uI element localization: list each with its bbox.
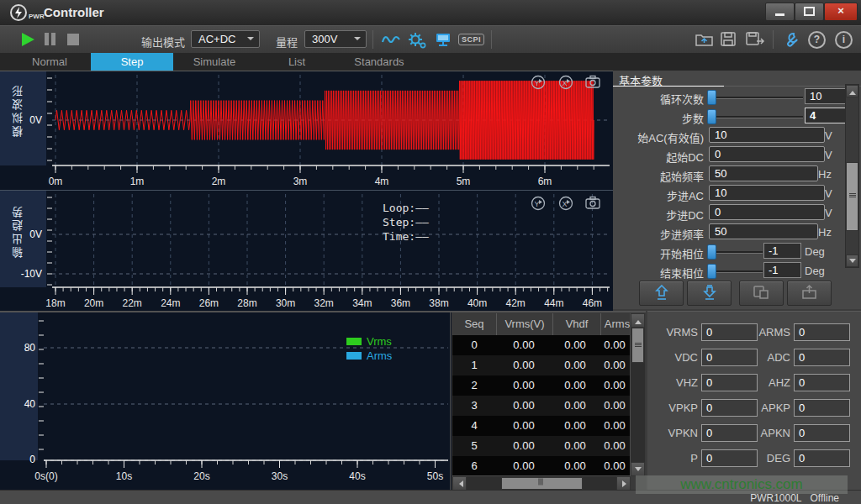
slider-thumb[interactable]	[707, 244, 716, 260]
x-tick-label: 3m	[293, 176, 308, 187]
save-sequence-button[interactable]	[739, 281, 784, 306]
tab-normal[interactable]: Normal	[8, 53, 91, 71]
scroll-up-button[interactable]	[846, 85, 858, 97]
range-dropdown[interactable]: 300V	[304, 30, 367, 48]
table-cell: 0.00	[496, 335, 552, 355]
tab-list[interactable]: List	[256, 53, 338, 71]
scpi-icon[interactable]: SCPI	[458, 34, 484, 45]
hscroll-thumb[interactable]	[501, 477, 583, 490]
table-row[interactable]: 20.000.000.00	[452, 375, 645, 396]
column-header[interactable]: Vrms(V)	[497, 313, 553, 335]
tab-step[interactable]: Step	[91, 53, 173, 71]
settings-gear-icon[interactable]	[408, 32, 427, 52]
column-header[interactable]: Vhdf	[553, 313, 601, 335]
y-autoscale-icon[interactable]: Y	[531, 196, 546, 214]
minimize-button[interactable]	[765, 3, 795, 21]
step-ac-field[interactable]: 10	[709, 185, 825, 201]
measurements-panel: VRMS0ARMS0VDC0ADC0VHZ0AHZ0VPKP0APKP0VPKN…	[647, 311, 861, 491]
analog-waveform-chart: 模拟波形 0V 0m1m2m3m4m5m6m Y X	[0, 71, 613, 190]
tab-standards[interactable]: Standards	[338, 53, 420, 71]
slider-thumb[interactable]	[707, 109, 716, 124]
scroll-right-button[interactable]	[616, 476, 631, 491]
step-count-slider[interactable]	[709, 116, 803, 118]
end-phase-slider[interactable]	[709, 270, 763, 273]
table-row[interactable]: 30.000.000.00	[452, 396, 645, 416]
table-row[interactable]: 60.000.000.00	[452, 456, 645, 476]
maximize-button[interactable]	[795, 3, 824, 21]
param-row-loop-count: 循环次数 10	[613, 87, 861, 107]
x-tick-label: 1m	[130, 176, 145, 187]
device-monitor-icon[interactable]	[435, 32, 452, 50]
table-row[interactable]: 40.000.000.00	[452, 416, 645, 436]
open-file-icon[interactable]	[695, 32, 713, 50]
info-icon[interactable]: i	[835, 31, 853, 49]
table-vertical-scrollbar[interactable]	[630, 313, 645, 476]
step-freq-field[interactable]: 50	[709, 223, 818, 239]
y-autoscale-icon[interactable]: Y	[531, 75, 546, 93]
tab-simulate[interactable]: Simulate	[173, 53, 256, 71]
start-freq-field[interactable]: 50	[709, 165, 818, 181]
slider-thumb[interactable]	[707, 90, 716, 105]
table-cell: 0	[452, 335, 496, 355]
camera-icon[interactable]	[585, 75, 601, 92]
scroll-left-button[interactable]	[452, 476, 467, 491]
table-cell: 0.00	[552, 416, 599, 436]
help-icon[interactable]: ?	[808, 31, 826, 49]
x-tick-label: 2m	[212, 176, 226, 187]
x-tick-label: 30s	[272, 470, 288, 482]
loop-count-value[interactable]: 10	[805, 88, 848, 104]
start-phase-slider[interactable]	[709, 251, 763, 254]
x-autoscale-icon[interactable]: X	[558, 75, 573, 93]
table-row[interactable]: 10.000.000.00	[452, 355, 645, 375]
table-row[interactable]: 00.000.000.00	[452, 335, 645, 355]
start-dc-field[interactable]: 0	[709, 146, 825, 162]
table-row[interactable]: 50.000.000.00	[452, 436, 645, 456]
scroll-down-button[interactable]	[846, 255, 858, 267]
measurement-label: ADC	[747, 351, 790, 364]
close-button[interactable]: ×	[824, 3, 858, 21]
output-trend-chart: 输出趋势 0V -10V 18m20m22m24m26m28m30m32m34m…	[0, 190, 613, 312]
params-scrollbar[interactable]	[845, 84, 859, 268]
x-tick-label: 10s	[116, 470, 132, 482]
slider-thumb[interactable]	[707, 264, 716, 279]
x-tick-label: 44m	[544, 297, 563, 309]
camera-icon[interactable]	[585, 196, 601, 213]
x-tick-label: 40m	[467, 297, 487, 309]
x-tick-label: 42m	[506, 297, 526, 309]
start-ac-field[interactable]: 10	[709, 127, 825, 143]
param-row-end-phase: 结束相位 -1 Deg	[613, 261, 861, 281]
start-phase-value[interactable]: -1	[763, 243, 801, 259]
tools-wrench-icon[interactable]	[782, 32, 800, 52]
table-cell: 0.00	[599, 355, 631, 375]
download-params-button[interactable]	[687, 281, 732, 306]
measurement-label: P	[654, 452, 698, 465]
svg-text:Y: Y	[535, 79, 540, 87]
waveform-icon[interactable]	[381, 32, 403, 50]
scroll-thumb[interactable]	[631, 328, 644, 363]
x-autoscale-icon[interactable]: X	[558, 196, 573, 214]
column-header[interactable]: Seq	[452, 313, 497, 335]
save-as-icon[interactable]	[746, 32, 766, 50]
stop-button[interactable]	[67, 34, 79, 45]
output-mode-dropdown[interactable]: AC+DC	[191, 30, 260, 48]
scroll-up-button[interactable]	[631, 313, 645, 328]
play-button[interactable]	[22, 33, 34, 46]
scroll-thumb[interactable]	[846, 162, 858, 231]
x-tick-label: 20s	[193, 470, 209, 482]
loop-count-slider[interactable]	[709, 97, 803, 99]
save-icon[interactable]	[721, 32, 737, 50]
end-phase-value[interactable]: -1	[763, 262, 801, 278]
measurement-field: 0	[794, 399, 850, 417]
x-tick-label: 22m	[123, 297, 142, 309]
step-dc-field[interactable]: 0	[709, 204, 825, 220]
step-count-value[interactable]: 4	[805, 108, 848, 123]
logo-pwr-text: PWR	[29, 13, 45, 20]
table-horizontal-scrollbar[interactable]	[452, 475, 631, 491]
table-cell: 0.00	[496, 456, 552, 476]
measurement-field: 0	[794, 449, 850, 467]
param-row-step-count: 步数 4	[613, 107, 861, 126]
upload-params-button[interactable]	[639, 281, 684, 306]
load-sequence-button[interactable]	[787, 281, 832, 306]
scroll-down-button[interactable]	[631, 462, 645, 476]
pause-button[interactable]	[45, 33, 58, 49]
